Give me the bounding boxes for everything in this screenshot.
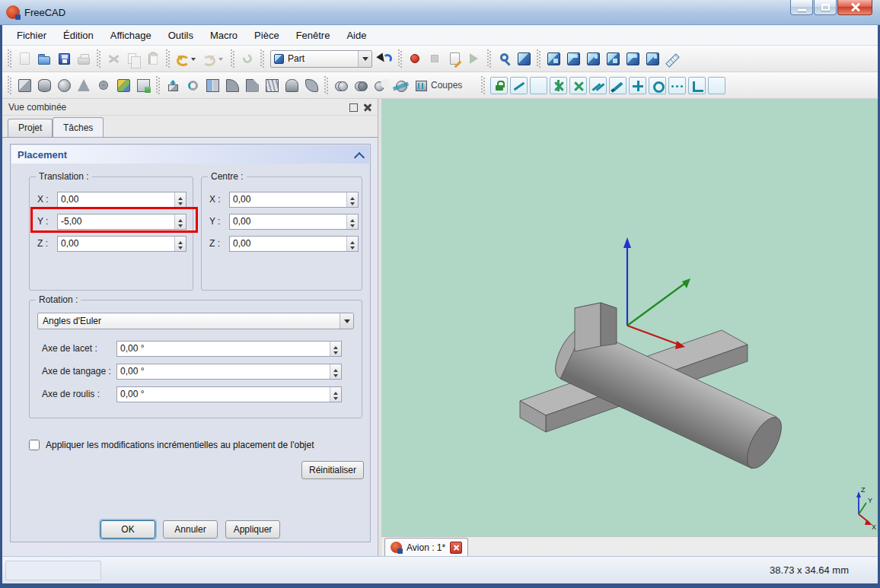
toolbar-handle[interactable] [324, 76, 328, 94]
datum-plus-icon[interactable] [688, 77, 706, 94]
open-file-icon[interactable] [34, 49, 54, 68]
mirror-icon[interactable] [202, 75, 222, 95]
collapse-icon[interactable] [356, 151, 363, 158]
refresh-icon[interactable] [238, 49, 257, 68]
menu-edition[interactable]: Édition [55, 27, 102, 44]
measure-toggle-delta-icon[interactable] [629, 77, 646, 94]
menu-macro[interactable]: Macro [202, 27, 246, 44]
close-button[interactable] [837, 0, 872, 15]
toolbar-handle[interactable] [156, 76, 160, 94]
menu-piece[interactable]: Pièce [246, 27, 288, 44]
spinner-buttons[interactable] [330, 342, 341, 356]
document-tab-close-icon[interactable] [450, 542, 462, 554]
fillet-icon[interactable] [222, 75, 242, 95]
toolbar-handle[interactable] [8, 49, 11, 68]
spinner-buttons[interactable] [346, 237, 358, 251]
dock-float-icon[interactable] [348, 102, 359, 113]
toolbar-handle[interactable] [8, 76, 11, 94]
menu-fichier[interactable]: Fichier [8, 27, 55, 44]
measure-angular-icon[interactable] [530, 77, 547, 94]
sweep-icon[interactable] [301, 75, 321, 95]
dock-close-icon[interactable] [362, 102, 374, 113]
minimize-button[interactable] [790, 0, 813, 15]
bottom-view-icon[interactable] [623, 49, 642, 68]
print-icon[interactable] [74, 49, 94, 68]
save-icon[interactable] [54, 49, 74, 68]
macro-record-icon[interactable] [405, 49, 425, 68]
macro-edit-icon[interactable] [445, 49, 464, 68]
toolbar-handle[interactable] [260, 49, 264, 68]
paste-icon[interactable] [143, 49, 163, 68]
toolbar-handle[interactable] [97, 49, 100, 68]
measure-distance-icon[interactable] [662, 49, 682, 68]
viewport-background[interactable] [381, 99, 878, 536]
incremental-checkbox[interactable] [29, 440, 40, 450]
3d-view-canvas[interactable]: Z Y X [381, 99, 878, 536]
reset-button[interactable]: Réinitialiser [301, 461, 364, 479]
toolbar-handle[interactable] [398, 49, 402, 68]
copy-icon[interactable] [123, 49, 143, 68]
maximize-button[interactable] [814, 0, 837, 15]
toolbar-handle[interactable] [487, 49, 491, 68]
rotation-mode-select[interactable]: Angles d'Euler [37, 313, 354, 329]
front-view-icon[interactable] [544, 49, 563, 68]
3d-viewport[interactable]: Z Y X [381, 99, 878, 536]
toolbar-handle[interactable] [537, 49, 540, 68]
menu-outils[interactable]: Outils [160, 27, 202, 44]
tail-side-face[interactable] [601, 303, 617, 346]
redo-dropdown-icon[interactable] [218, 58, 223, 63]
toolbar-handle[interactable] [231, 49, 234, 68]
measure-linear-icon[interactable] [510, 77, 528, 94]
more-measure-icon[interactable] [668, 77, 686, 94]
section-icon[interactable] [391, 75, 410, 95]
apply-button[interactable]: Appliquer [225, 520, 280, 539]
fit-all-icon[interactable] [494, 49, 514, 68]
loft-icon[interactable] [282, 75, 301, 95]
tab-taches[interactable]: Tâches [53, 117, 104, 137]
chevron-down-icon[interactable] [358, 51, 371, 67]
torus-icon[interactable] [94, 75, 113, 95]
shape-builder-icon[interactable] [133, 75, 153, 95]
cylinder-icon[interactable] [34, 75, 54, 95]
measure-clear-all-icon[interactable] [569, 77, 587, 94]
sphere-icon[interactable] [54, 75, 74, 95]
chamfer-icon[interactable] [242, 75, 262, 95]
measure-toggle-all-icon[interactable] [589, 77, 607, 94]
menu-aide[interactable]: Aide [338, 27, 375, 44]
left-view-icon[interactable] [642, 49, 662, 68]
toolbar-handle[interactable] [481, 76, 485, 94]
menu-affichage[interactable]: Affichage [102, 27, 160, 44]
tail-front-face[interactable] [575, 303, 601, 351]
tab-projet[interactable]: Projet [8, 119, 53, 137]
cross-sections-button[interactable]: Coupes [410, 78, 467, 93]
measure-small-icon[interactable] [708, 77, 725, 94]
cut-icon[interactable] [104, 49, 123, 68]
redo-icon[interactable] [200, 49, 228, 68]
macro-play-icon[interactable] [464, 49, 484, 68]
ruled-surface-icon[interactable] [262, 75, 282, 95]
revolve-icon[interactable] [183, 75, 202, 95]
undo-dropdown-icon[interactable] [191, 58, 196, 63]
cone-icon[interactable] [74, 75, 94, 95]
cut-boolean-icon[interactable] [371, 75, 391, 95]
new-file-icon[interactable] [14, 49, 34, 68]
macro-stop-icon[interactable] [425, 49, 445, 68]
spinner-buttons[interactable] [174, 192, 186, 207]
datum-circle-icon[interactable] [649, 77, 666, 94]
box-icon[interactable] [14, 75, 34, 95]
whats-this-icon[interactable] [375, 49, 395, 68]
ok-button[interactable]: OK [100, 520, 155, 539]
measure-lock-icon[interactable] [490, 77, 508, 94]
document-tab[interactable]: Avion : 1* [384, 538, 468, 556]
spinner-buttons[interactable] [330, 364, 341, 379]
measure-toggle-3d-icon[interactable] [609, 77, 627, 94]
rear-view-icon[interactable] [603, 49, 623, 68]
spinner-buttons[interactable] [174, 237, 186, 251]
spinner-buttons[interactable] [346, 215, 358, 229]
axonometric-view-icon[interactable] [514, 49, 534, 68]
menu-fenetre[interactable]: Fenêtre [288, 27, 339, 44]
cancel-button[interactable]: Annuler [163, 520, 218, 539]
undo-icon[interactable] [173, 49, 200, 68]
spinner-buttons[interactable] [330, 387, 341, 402]
common-icon[interactable] [351, 75, 371, 95]
